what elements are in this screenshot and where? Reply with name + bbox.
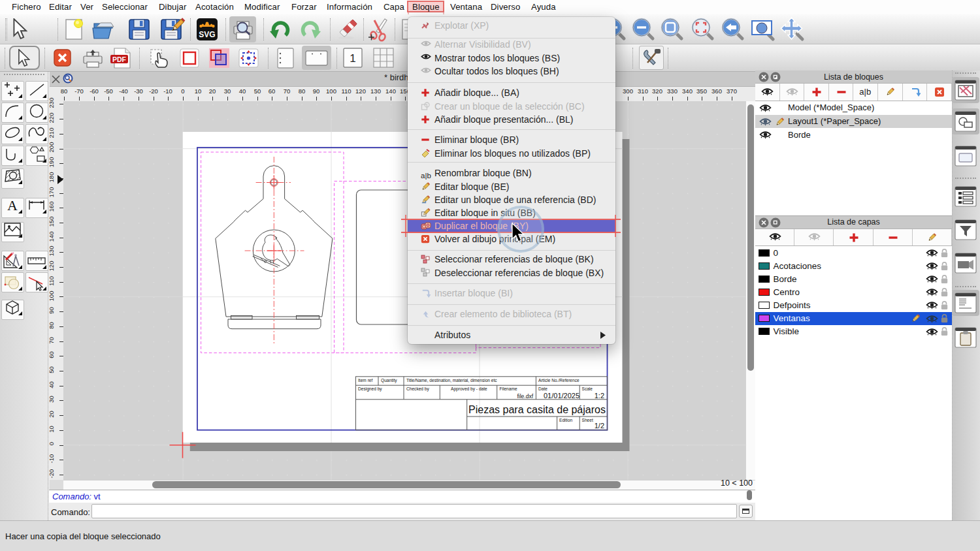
svg-text:file.dxf: file.dxf: [517, 393, 533, 400]
svg-text:01/01/2025: 01/01/2025: [544, 392, 580, 400]
svg-text:Edition: Edition: [559, 418, 572, 422]
svg-text:Approved by - date: Approved by - date: [451, 386, 487, 392]
svg-text:Filename: Filename: [500, 386, 517, 391]
svg-text:Quantity: Quantity: [381, 378, 397, 383]
svg-text:Item ref: Item ref: [358, 378, 373, 383]
svg-text:Piezas para casita de pájaros: Piezas para casita de pájaros: [468, 404, 606, 415]
svg-text:Scale: Scale: [582, 386, 593, 391]
svg-text:SVG: SVG: [199, 30, 215, 39]
svg-text:Checked by: Checked by: [406, 386, 430, 392]
svg-text:Date: Date: [538, 386, 547, 391]
svg-text:Designed by: Designed by: [358, 386, 382, 392]
svg-text:PDF: PDF: [112, 55, 127, 63]
svg-text:1: 1: [350, 52, 355, 65]
svg-text:A: A: [7, 197, 18, 213]
svg-text:Sheet: Sheet: [582, 418, 593, 422]
svg-text:Title/Name, destination, mater: Title/Name, destination, material, dimen…: [406, 378, 497, 383]
svg-text:1/2: 1/2: [595, 422, 604, 430]
svg-text:1:2: 1:2: [595, 392, 604, 400]
svg-text:Article No./Reference: Article No./Reference: [538, 378, 580, 383]
